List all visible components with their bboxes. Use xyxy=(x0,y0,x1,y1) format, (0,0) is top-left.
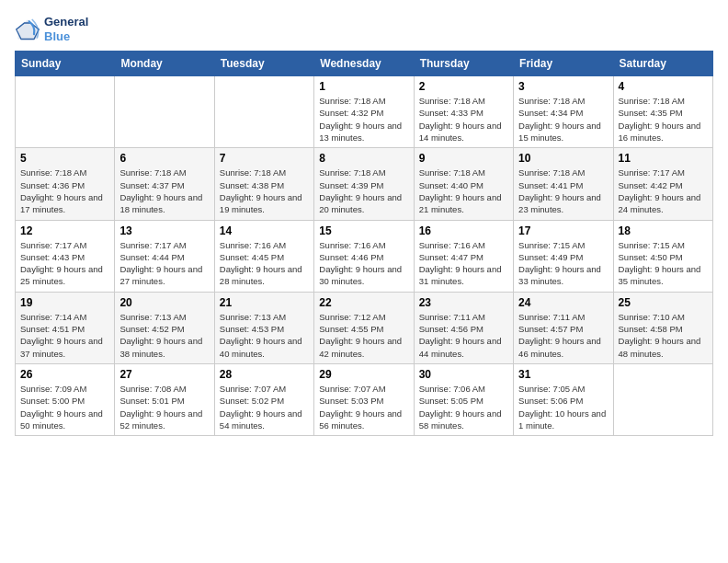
day-info: Sunrise: 7:18 AM Sunset: 4:39 PM Dayligh… xyxy=(319,167,408,215)
day-number: 29 xyxy=(319,368,408,381)
day-info: Sunrise: 7:08 AM Sunset: 5:01 PM Dayligh… xyxy=(119,383,209,431)
week-row-5: 26Sunrise: 7:09 AM Sunset: 5:00 PM Dayli… xyxy=(16,363,713,435)
day-info: Sunrise: 7:18 AM Sunset: 4:38 PM Dayligh… xyxy=(220,167,309,215)
day-cell: 28Sunrise: 7:07 AM Sunset: 5:02 PM Dayli… xyxy=(214,363,313,435)
day-info: Sunrise: 7:18 AM Sunset: 4:32 PM Dayligh… xyxy=(319,95,408,144)
day-number: 2 xyxy=(419,80,508,93)
day-number: 30 xyxy=(419,368,508,381)
day-cell: 12Sunrise: 7:17 AM Sunset: 4:43 PM Dayli… xyxy=(16,220,115,292)
day-number: 18 xyxy=(619,224,708,237)
calendar-table: SundayMondayTuesdayWednesdayThursdayFrid… xyxy=(15,51,713,436)
day-info: Sunrise: 7:12 AM Sunset: 4:55 PM Dayligh… xyxy=(319,311,408,360)
day-number: 17 xyxy=(518,224,608,237)
weekday-header-friday: Friday xyxy=(514,52,613,76)
day-cell: 15Sunrise: 7:16 AM Sunset: 4:46 PM Dayli… xyxy=(314,220,414,292)
weekday-header-monday: Monday xyxy=(115,52,214,76)
day-number: 23 xyxy=(419,296,508,309)
day-number: 28 xyxy=(220,368,309,381)
day-cell: 22Sunrise: 7:12 AM Sunset: 4:55 PM Dayli… xyxy=(314,292,414,363)
day-info: Sunrise: 7:17 AM Sunset: 4:42 PM Dayligh… xyxy=(619,167,708,215)
day-cell: 27Sunrise: 7:08 AM Sunset: 5:01 PM Dayli… xyxy=(115,363,214,435)
day-cell: 14Sunrise: 7:16 AM Sunset: 4:45 PM Dayli… xyxy=(214,220,313,292)
day-info: Sunrise: 7:11 AM Sunset: 4:56 PM Dayligh… xyxy=(419,311,508,360)
day-info: Sunrise: 7:14 AM Sunset: 4:51 PM Dayligh… xyxy=(20,311,109,360)
weekday-header-sunday: Sunday xyxy=(16,52,115,76)
day-info: Sunrise: 7:07 AM Sunset: 5:03 PM Dayligh… xyxy=(319,383,408,431)
day-cell: 1Sunrise: 7:18 AM Sunset: 4:32 PM Daylig… xyxy=(314,76,414,148)
page-header: General Blue xyxy=(15,15,713,43)
day-cell: 9Sunrise: 7:18 AM Sunset: 4:40 PM Daylig… xyxy=(414,148,513,220)
day-number: 15 xyxy=(319,224,408,237)
day-number: 8 xyxy=(319,152,408,165)
day-number: 4 xyxy=(619,80,708,93)
day-cell: 13Sunrise: 7:17 AM Sunset: 4:44 PM Dayli… xyxy=(115,220,214,292)
day-info: Sunrise: 7:18 AM Sunset: 4:37 PM Dayligh… xyxy=(119,167,209,215)
day-cell xyxy=(16,76,115,148)
logo-text: General Blue xyxy=(44,15,88,43)
day-number: 9 xyxy=(419,152,508,165)
day-info: Sunrise: 7:15 AM Sunset: 4:49 PM Dayligh… xyxy=(518,239,608,288)
day-cell: 25Sunrise: 7:10 AM Sunset: 4:58 PM Dayli… xyxy=(613,292,712,363)
day-cell xyxy=(115,76,214,148)
day-cell: 30Sunrise: 7:06 AM Sunset: 5:05 PM Dayli… xyxy=(414,363,513,435)
day-cell: 2Sunrise: 7:18 AM Sunset: 4:33 PM Daylig… xyxy=(414,76,513,148)
day-cell: 20Sunrise: 7:13 AM Sunset: 4:52 PM Dayli… xyxy=(115,292,214,363)
day-info: Sunrise: 7:18 AM Sunset: 4:40 PM Dayligh… xyxy=(419,167,508,215)
day-number: 16 xyxy=(419,224,508,237)
week-row-1: 1Sunrise: 7:18 AM Sunset: 4:32 PM Daylig… xyxy=(16,76,713,148)
weekday-header-saturday: Saturday xyxy=(613,52,712,76)
day-info: Sunrise: 7:17 AM Sunset: 4:43 PM Dayligh… xyxy=(20,239,109,288)
day-cell: 8Sunrise: 7:18 AM Sunset: 4:39 PM Daylig… xyxy=(314,148,414,220)
day-number: 14 xyxy=(220,224,309,237)
week-row-2: 5Sunrise: 7:18 AM Sunset: 4:36 PM Daylig… xyxy=(16,148,713,220)
day-cell: 26Sunrise: 7:09 AM Sunset: 5:00 PM Dayli… xyxy=(16,363,115,435)
day-info: Sunrise: 7:18 AM Sunset: 4:41 PM Dayligh… xyxy=(518,167,608,215)
day-cell: 3Sunrise: 7:18 AM Sunset: 4:34 PM Daylig… xyxy=(514,76,613,148)
day-info: Sunrise: 7:18 AM Sunset: 4:34 PM Dayligh… xyxy=(518,95,608,144)
day-number: 26 xyxy=(20,368,109,381)
day-number: 19 xyxy=(20,296,109,309)
week-row-3: 12Sunrise: 7:17 AM Sunset: 4:43 PM Dayli… xyxy=(16,220,713,292)
day-info: Sunrise: 7:13 AM Sunset: 4:53 PM Dayligh… xyxy=(220,311,309,360)
day-cell: 5Sunrise: 7:18 AM Sunset: 4:36 PM Daylig… xyxy=(16,148,115,220)
day-cell: 10Sunrise: 7:18 AM Sunset: 4:41 PM Dayli… xyxy=(514,148,613,220)
weekday-header-wednesday: Wednesday xyxy=(314,52,414,76)
day-cell xyxy=(214,76,313,148)
day-info: Sunrise: 7:18 AM Sunset: 4:33 PM Dayligh… xyxy=(419,95,508,144)
day-info: Sunrise: 7:17 AM Sunset: 4:44 PM Dayligh… xyxy=(119,239,209,288)
day-info: Sunrise: 7:15 AM Sunset: 4:50 PM Dayligh… xyxy=(619,239,708,288)
day-number: 12 xyxy=(20,224,109,237)
logo: General Blue xyxy=(15,15,88,43)
day-number: 24 xyxy=(518,296,608,309)
day-number: 27 xyxy=(119,368,209,381)
day-cell: 24Sunrise: 7:11 AM Sunset: 4:57 PM Dayli… xyxy=(514,292,613,363)
day-cell: 23Sunrise: 7:11 AM Sunset: 4:56 PM Dayli… xyxy=(414,292,513,363)
day-info: Sunrise: 7:09 AM Sunset: 5:00 PM Dayligh… xyxy=(20,383,109,431)
day-cell: 6Sunrise: 7:18 AM Sunset: 4:37 PM Daylig… xyxy=(115,148,214,220)
weekday-header-row: SundayMondayTuesdayWednesdayThursdayFrid… xyxy=(16,52,713,76)
day-info: Sunrise: 7:18 AM Sunset: 4:35 PM Dayligh… xyxy=(619,95,708,144)
day-cell: 16Sunrise: 7:16 AM Sunset: 4:47 PM Dayli… xyxy=(414,220,513,292)
day-number: 10 xyxy=(518,152,608,165)
day-cell: 18Sunrise: 7:15 AM Sunset: 4:50 PM Dayli… xyxy=(613,220,712,292)
day-info: Sunrise: 7:16 AM Sunset: 4:47 PM Dayligh… xyxy=(419,239,508,288)
day-number: 25 xyxy=(619,296,708,309)
weekday-header-thursday: Thursday xyxy=(414,52,513,76)
day-cell: 19Sunrise: 7:14 AM Sunset: 4:51 PM Dayli… xyxy=(16,292,115,363)
day-number: 3 xyxy=(518,80,608,93)
day-info: Sunrise: 7:16 AM Sunset: 4:45 PM Dayligh… xyxy=(220,239,309,288)
logo-icon xyxy=(15,17,40,42)
day-number: 11 xyxy=(619,152,708,165)
day-number: 22 xyxy=(319,296,408,309)
day-info: Sunrise: 7:06 AM Sunset: 5:05 PM Dayligh… xyxy=(419,383,508,431)
day-cell: 17Sunrise: 7:15 AM Sunset: 4:49 PM Dayli… xyxy=(514,220,613,292)
day-info: Sunrise: 7:10 AM Sunset: 4:58 PM Dayligh… xyxy=(619,311,708,360)
day-number: 13 xyxy=(119,224,209,237)
day-number: 7 xyxy=(220,152,309,165)
weekday-header-tuesday: Tuesday xyxy=(214,52,313,76)
week-row-4: 19Sunrise: 7:14 AM Sunset: 4:51 PM Dayli… xyxy=(16,292,713,363)
day-cell: 29Sunrise: 7:07 AM Sunset: 5:03 PM Dayli… xyxy=(314,363,414,435)
day-cell: 7Sunrise: 7:18 AM Sunset: 4:38 PM Daylig… xyxy=(214,148,313,220)
day-cell: 4Sunrise: 7:18 AM Sunset: 4:35 PM Daylig… xyxy=(613,76,712,148)
day-info: Sunrise: 7:13 AM Sunset: 4:52 PM Dayligh… xyxy=(119,311,209,360)
